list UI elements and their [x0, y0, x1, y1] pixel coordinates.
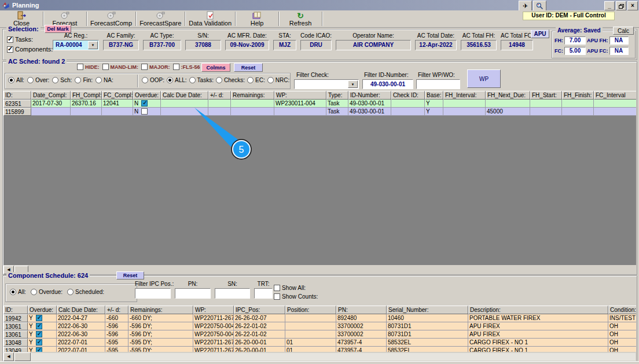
- wp-button[interactable]: WP: [467, 69, 501, 88]
- radio-button[interactable]: [10, 289, 16, 295]
- reset-button[interactable]: Reset: [234, 63, 263, 72]
- radio-button[interactable]: [267, 77, 274, 83]
- checkbox-item[interactable]: :FLS-56: [173, 64, 200, 70]
- filter-check-dropdown[interactable]: ▼: [294, 79, 359, 89]
- radio-item[interactable]: NRC:: [267, 77, 289, 83]
- radio-item[interactable]: All:: [8, 77, 24, 83]
- overdue-checkbox[interactable]: [36, 347, 42, 352]
- radio-item[interactable]: Sch:: [52, 77, 72, 83]
- checkbox[interactable]: [141, 64, 148, 70]
- column-header[interactable]: IPC_Pos:: [234, 306, 285, 314]
- column-header[interactable]: Serial_Number:: [387, 306, 468, 314]
- checkbox[interactable]: [173, 64, 179, 70]
- checkbox[interactable]: [7, 36, 13, 43]
- checkbox-item[interactable]: MAND-LIM:: [102, 64, 139, 70]
- column-header[interactable]: Calc Due Date:: [161, 91, 208, 100]
- radio-button[interactable]: [167, 77, 173, 83]
- table-row[interactable]: 115899NTask49-030-00-01Y45000: [3, 108, 636, 116]
- minimize-button[interactable]: _: [604, 1, 615, 10]
- checkbox[interactable]: [274, 293, 280, 300]
- radio-button[interactable]: [8, 77, 14, 83]
- scrollbar-track[interactable]: [31, 353, 636, 361]
- checkbox-item[interactable]: Components:: [7, 46, 53, 53]
- column-header[interactable]: Base:: [425, 91, 443, 100]
- filter-id-input[interactable]: 49-030-00-01: [362, 79, 413, 89]
- column-header[interactable]: FH_Next_Due:: [486, 91, 530, 100]
- filter-wp-input[interactable]: [416, 79, 460, 89]
- overdue-checkbox[interactable]: [141, 100, 148, 106]
- overdue-checkbox[interactable]: [36, 339, 42, 345]
- radio-item[interactable]: Checks:: [216, 77, 245, 83]
- radio-item[interactable]: Fin:: [75, 77, 93, 83]
- close-button[interactable]: Close: [0, 10, 43, 27]
- column-header[interactable]: WP:: [193, 306, 234, 314]
- table-row[interactable]: 13049Y2022-07-01-595-595 DY;WP220711-267…: [3, 347, 636, 352]
- column-header[interactable]: +/- d:: [208, 91, 231, 100]
- radio-button[interactable]: [31, 289, 37, 295]
- column-header[interactable]: FH_Finish:: [562, 91, 594, 100]
- column-header[interactable]: Position:: [285, 306, 336, 314]
- overdue-checkbox[interactable]: [141, 108, 148, 115]
- forecastspare-button[interactable]: ForecastSpare: [136, 10, 185, 27]
- field-value[interactable]: [135, 288, 171, 299]
- chevron-down-icon[interactable]: ▼: [348, 80, 358, 88]
- airplane-tool-button[interactable]: ✈: [519, 1, 532, 11]
- column-header[interactable]: ID:: [3, 306, 28, 314]
- radio-button[interactable]: [52, 77, 58, 83]
- scrollbar-thumb[interactable]: [14, 352, 31, 361]
- column-header[interactable]: ID-Number:: [348, 91, 391, 100]
- column-header[interactable]: +/- d:: [105, 306, 128, 314]
- column-header[interactable]: FC_Compl:: [102, 91, 133, 100]
- radio-item[interactable]: Tasks:: [189, 77, 214, 83]
- checkbox[interactable]: [7, 46, 13, 53]
- apu-button[interactable]: APU: [531, 30, 549, 38]
- average-apu-fh-value[interactable]: NA: [609, 36, 629, 45]
- column-header[interactable]: Check ID:: [391, 91, 425, 100]
- component-reset-button[interactable]: Reset: [116, 271, 144, 280]
- column-header[interactable]: Calc Due Date:: [57, 306, 105, 314]
- column-header[interactable]: Remainings:: [231, 91, 274, 100]
- column-header[interactable]: FH_Interval:: [443, 91, 486, 100]
- column-header[interactable]: FH_Start:: [530, 91, 562, 100]
- radio-button[interactable]: [247, 77, 254, 83]
- field-value[interactable]: [215, 288, 250, 299]
- overdue-checkbox[interactable]: [36, 331, 42, 337]
- column-header[interactable]: Type:: [326, 91, 348, 100]
- column-header[interactable]: WP:: [274, 91, 326, 100]
- field-value[interactable]: RA-00004▼: [53, 40, 99, 50]
- refresh-button[interactable]: ↻ Refresh: [279, 10, 322, 27]
- column-header[interactable]: Condition:: [608, 306, 636, 314]
- del-mark-button[interactable]: Del Mark: [45, 25, 71, 33]
- field-value[interactable]: [175, 288, 211, 299]
- radio-button[interactable]: [216, 77, 222, 83]
- colmns-button[interactable]: Colmns: [201, 63, 230, 72]
- table-row[interactable]: 13061Y2022-06-30-596-596 DY;WP220750-004…: [3, 322, 636, 330]
- column-header[interactable]: FH_Compl:: [71, 91, 102, 100]
- restore-button[interactable]: [616, 1, 626, 10]
- radio-button[interactable]: [189, 77, 196, 83]
- column-header[interactable]: Overdue:: [28, 306, 57, 314]
- checkbox-item[interactable]: Show All:: [274, 285, 318, 291]
- radio-button[interactable]: [27, 77, 34, 83]
- column-header[interactable]: Remainings:: [128, 306, 193, 314]
- close-window-button[interactable]: ×: [627, 1, 638, 10]
- table-row[interactable]: 13048Y2022-07-01-595-595 DY;WP220711-267…: [3, 339, 636, 347]
- radio-button[interactable]: [142, 77, 148, 83]
- radio-item[interactable]: EC:: [247, 77, 265, 83]
- column-header[interactable]: Date_Compl:: [31, 91, 71, 100]
- checkbox-item[interactable]: Show Counts:: [274, 293, 318, 300]
- radio-item[interactable]: All:: [10, 289, 26, 295]
- radio-item[interactable]: Overdue:: [31, 289, 63, 295]
- checkbox-item[interactable]: HIDE:: [77, 64, 100, 70]
- field-value[interactable]: [254, 288, 273, 299]
- radio-item[interactable]: NA:: [96, 77, 113, 83]
- radio-button[interactable]: [96, 77, 102, 83]
- table-row[interactable]: 19942Y2022-04-27-660-660 DY;WP220711-267…: [3, 314, 636, 322]
- overdue-checkbox[interactable]: [36, 315, 42, 321]
- average-fh-value[interactable]: 7.00: [564, 36, 586, 45]
- average-apu-fc-value[interactable]: NA: [609, 47, 629, 55]
- radio-button[interactable]: [75, 77, 81, 83]
- checkbox[interactable]: [102, 64, 109, 70]
- checkbox[interactable]: [77, 64, 83, 70]
- overdue-checkbox[interactable]: [36, 323, 42, 329]
